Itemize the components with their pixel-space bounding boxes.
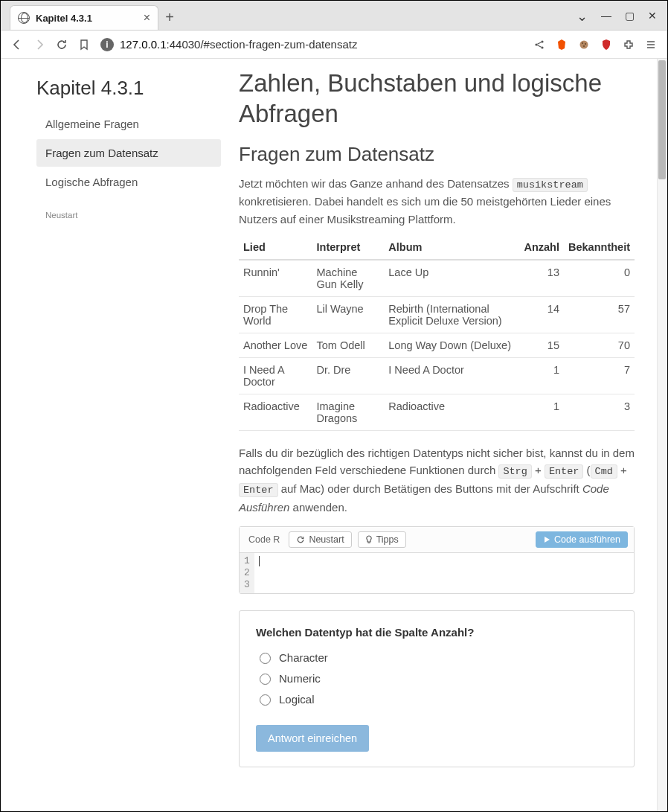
brave-icon[interactable] (556, 39, 568, 51)
table-cell: 15 (519, 333, 564, 357)
table-row: I Need A DoctorDr. DreI Need A Doctor17 (239, 357, 635, 394)
viewport: Kapitel 4.3.1 Allgemeine Fragen Fragen z… (1, 59, 667, 811)
nav-forward-button[interactable] (33, 39, 45, 51)
table-cell: 1 (519, 394, 564, 430)
table-cell: 14 (519, 296, 564, 333)
cookie-icon[interactable] (578, 39, 590, 51)
table-cell: Radioactive (239, 394, 312, 430)
kbd-enter-2: Enter (239, 483, 278, 497)
table-cell: 13 (519, 260, 564, 297)
quiz-option-logical[interactable]: Logical (256, 692, 617, 706)
instruction-paragraph: Falls du dir bezüglich des richtigen Dat… (239, 444, 635, 516)
quiz-option-character[interactable]: Character (256, 650, 617, 664)
share-icon[interactable] (533, 39, 545, 51)
submit-answer-button[interactable]: Antwort einreichen (256, 725, 369, 752)
url-bar[interactable]: i 127.0.0.1:44030/#section-fragen-zum-da… (100, 38, 523, 51)
quiz-option-label: Character (279, 651, 328, 664)
table-cell: 3 (564, 394, 635, 430)
sidebar-title: Kapitel 4.3.1 (36, 77, 221, 100)
kbd-enter: Enter (545, 464, 584, 479)
th-lied: Lied (239, 235, 312, 260)
table-cell: 0 (564, 260, 635, 297)
titlebar: Kapitel 4.3.1 × + ⌄ — ▢ ✕ (1, 1, 667, 31)
radio-character[interactable] (260, 653, 271, 664)
run-button[interactable]: Code ausführen (536, 531, 628, 548)
caret-down-icon[interactable]: ⌄ (577, 8, 588, 25)
tab-title: Kapitel 4.3.1 (36, 13, 138, 24)
navbar: i 127.0.0.1:44030/#section-fragen-zum-da… (1, 31, 667, 59)
codebox-label: Code R (245, 534, 283, 545)
table-row: RadioactiveImagine DragonsRadioactive13 (239, 394, 635, 430)
table-cell: 7 (564, 357, 635, 394)
main-content: Zahlen, Buchstaben und logische Abfragen… (233, 59, 657, 811)
code-area[interactable] (254, 553, 634, 593)
table-cell: I Need A Doctor (384, 357, 519, 394)
sidebar-item-allgemeine[interactable]: Allgemeine Fragen (36, 110, 221, 138)
table-cell: 57 (564, 296, 635, 333)
shield-icon[interactable] (600, 39, 612, 51)
bulb-icon (365, 535, 373, 544)
svg-point-3 (580, 40, 588, 48)
section-heading: Fragen zum Datensatz (239, 143, 635, 166)
table-cell: Another Love (239, 333, 312, 357)
table-cell: Runnin' (239, 260, 312, 297)
close-window-button[interactable]: ✕ (648, 10, 657, 22)
quiz-box: Welchen Datentyp hat die Spalte Anzahl? … (239, 610, 635, 767)
browser-window: Kapitel 4.3.1 × + ⌄ — ▢ ✕ i 127.0.0.1:44… (0, 0, 668, 812)
globe-icon (18, 12, 30, 24)
table-cell: Long Way Down (Deluxe) (384, 333, 519, 357)
scrollbar-thumb[interactable] (658, 60, 666, 179)
table-row: Runnin'Machine Gun KellyLace Up130 (239, 260, 635, 297)
browser-tab[interactable]: Kapitel 4.3.1 × (10, 5, 158, 30)
neustart-button[interactable]: Neustart (289, 531, 351, 548)
maximize-button[interactable]: ▢ (625, 10, 635, 22)
table-cell: Lace Up (384, 260, 519, 297)
extensions-icon[interactable] (623, 39, 635, 51)
svg-point-2 (541, 46, 543, 48)
sidebar: Kapitel 4.3.1 Allgemeine Fragen Fragen z… (1, 59, 233, 811)
table-header-row: Lied Interpret Album Anzahl Bekanntheit (239, 235, 635, 260)
play-icon (543, 536, 550, 543)
codebox-toolbar: Code R Neustart Tipps Code ausführe (240, 527, 634, 553)
table-cell: Tom Odell (312, 333, 385, 357)
bookmark-button[interactable] (78, 39, 90, 51)
intro-paragraph: Jetzt möchten wir das Ganze anhand des D… (239, 175, 635, 228)
svg-point-4 (582, 42, 583, 44)
table-cell: Drop The World (239, 296, 312, 333)
sidebar-item-datensatz[interactable]: Fragen zum Datensatz (36, 139, 221, 167)
quiz-option-numeric[interactable]: Numeric (256, 671, 617, 685)
page-heading: Zahlen, Buchstaben und logische Abfragen (239, 68, 635, 130)
table-cell: Rebirth (International Explicit Deluxe V… (384, 296, 519, 333)
svg-point-1 (541, 40, 543, 42)
svg-point-0 (535, 43, 537, 45)
site-info-icon[interactable]: i (100, 38, 114, 51)
tipps-button[interactable]: Tipps (358, 531, 406, 548)
table-cell: Imagine Dragons (312, 394, 385, 430)
th-interpret: Interpret (312, 235, 385, 260)
sidebar-item-logische[interactable]: Logische Abfragen (36, 168, 221, 196)
nav-back-button[interactable] (11, 39, 23, 51)
window-controls: ⌄ — ▢ ✕ (577, 1, 667, 30)
code-musikstream: musikstream (513, 178, 588, 192)
close-tab-icon[interactable]: × (144, 11, 150, 25)
table-cell: 70 (564, 333, 635, 357)
th-bekanntheit: Bekanntheit (564, 235, 635, 260)
sidebar-neustart[interactable]: Neustart (36, 211, 221, 220)
table-cell: I Need A Doctor (239, 357, 312, 394)
reload-button[interactable] (56, 39, 68, 51)
code-box: Code R Neustart Tipps Code ausführe (239, 526, 635, 594)
table-cell: Machine Gun Kelly (312, 260, 385, 297)
new-tab-button[interactable]: + (158, 5, 181, 30)
minimize-button[interactable]: — (601, 10, 611, 22)
quiz-option-label: Numeric (279, 672, 321, 685)
radio-logical[interactable] (260, 694, 271, 706)
code-editor[interactable]: 123 (240, 553, 634, 593)
table-cell: Dr. Dre (312, 357, 385, 394)
svg-point-6 (583, 45, 585, 47)
menu-icon[interactable] (645, 39, 657, 51)
radio-numeric[interactable] (260, 674, 271, 685)
table-cell: Radioactive (384, 394, 519, 430)
scrollbar[interactable] (657, 59, 667, 811)
quiz-question: Welchen Datentyp hat die Spalte Anzahl? (256, 626, 617, 639)
kbd-strg: Strg (498, 464, 531, 479)
